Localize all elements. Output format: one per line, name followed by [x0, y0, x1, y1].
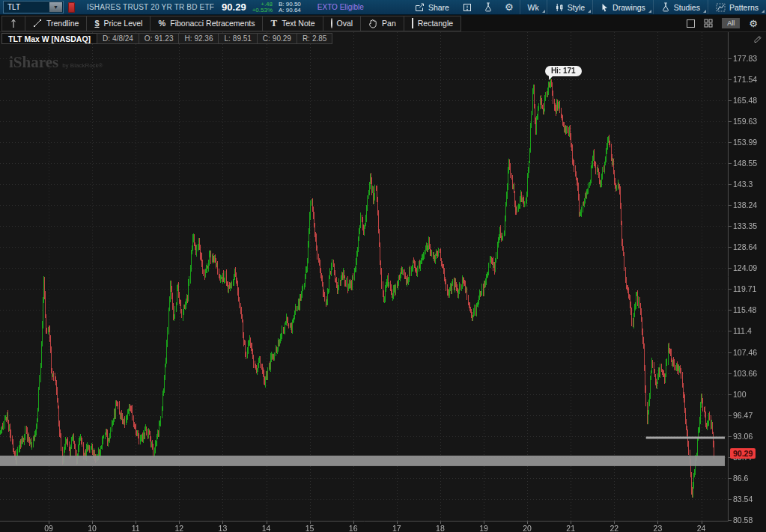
- time-axis-label: 21: [566, 524, 575, 532]
- maximize-icon[interactable]: [687, 19, 695, 28]
- price-axis-label: 128.64: [733, 242, 757, 251]
- chart-title: TLT Max W [NASDAQ]: [1, 33, 97, 44]
- studies-flask-icon: [661, 2, 670, 12]
- price-axis-label: 100: [733, 390, 747, 399]
- bid-ask: B: 90.50A: 90.64: [279, 1, 301, 13]
- share-icon: [415, 3, 425, 12]
- price-axis-tick: [729, 394, 732, 395]
- fibonacci-icon: %: [158, 19, 165, 28]
- share-button[interactable]: Share: [407, 0, 457, 14]
- report-alert-icon[interactable]: [457, 0, 478, 14]
- exto-eligible-label: EXTO Eligible: [317, 3, 364, 11]
- price-axis-label: 80.58: [733, 516, 753, 525]
- price-axis-label: 111.4: [733, 326, 752, 335]
- chart-settings-gear-icon[interactable]: ⚙: [749, 19, 758, 28]
- drawing-toolbar: Trendline$Price Level%Fibonacci Retracem…: [0, 15, 766, 32]
- time-axis-label: 22: [610, 524, 618, 532]
- ohlc-field-h: H:92.36: [178, 33, 219, 44]
- patterns-menu-button[interactable]: Patterns: [708, 0, 766, 14]
- ohlc-field-o: O:91.23: [139, 33, 180, 44]
- price-axis-tick: [729, 331, 732, 331]
- tool-label: Oval: [337, 19, 353, 28]
- oval-icon: [331, 19, 332, 28]
- time-axis-label: 10: [88, 524, 97, 532]
- tool-price-level[interactable]: $Price Level: [86, 16, 151, 31]
- tool-rectangle[interactable]: Rectangle: [404, 16, 461, 31]
- patterns-icon: [716, 3, 726, 12]
- grid-layout-icon[interactable]: [704, 19, 713, 28]
- time-axis-label: 16: [349, 524, 358, 532]
- ohlc-field-d: D:4/8/24: [97, 33, 139, 44]
- price-axis-tick: [729, 247, 732, 248]
- price-axis-label: 96.47: [733, 411, 753, 420]
- price-axis-label: 103.66: [733, 369, 757, 378]
- price-change: +.48+0.53%: [252, 1, 273, 13]
- price-axis-tick: [729, 205, 732, 206]
- price-axis-tick: [729, 415, 732, 416]
- tool-trendline[interactable]: Trendline: [25, 16, 87, 31]
- time-axis-label: 19: [479, 524, 488, 532]
- tool-label: Pan: [382, 19, 396, 28]
- flask-icon[interactable]: [478, 0, 499, 14]
- price-axis-tick: [729, 121, 732, 122]
- studies-menu-button[interactable]: Studies: [653, 0, 708, 14]
- current-price-badge: 90.29: [730, 448, 756, 459]
- price-axis-tick: [729, 352, 732, 353]
- price-axis-label: 177.83: [733, 54, 757, 63]
- price-axis-tick: [729, 268, 732, 269]
- price-axis-label: 143.3: [733, 180, 753, 189]
- price-axis-tick: [729, 58, 732, 59]
- tool-label: Rectangle: [418, 19, 453, 28]
- ohlc-field-c: C:90.29: [257, 33, 297, 44]
- price-plot-canvas[interactable]: [0, 32, 766, 532]
- tool-pan[interactable]: Pan: [360, 16, 404, 31]
- price-axis-label: 93.06: [733, 432, 753, 441]
- tool-text-note[interactable]: TText Note: [262, 16, 323, 31]
- price-axis-label: 124.09: [733, 263, 757, 272]
- price-axis-tick: [729, 142, 732, 143]
- ohlc-field-l: L:89.51: [218, 33, 257, 44]
- last-price: 90.29: [222, 1, 246, 13]
- time-axis-label: 18: [436, 524, 445, 532]
- tool-fibonacci-retracements[interactable]: %Fibonacci Retracements: [150, 16, 263, 31]
- all-button[interactable]: All: [722, 18, 740, 28]
- tool-oval[interactable]: Oval: [323, 16, 362, 31]
- time-axis-label: 15: [306, 524, 314, 532]
- high-annotation-bubble[interactable]: Hi: 171: [545, 66, 582, 76]
- price-axis-tick: [729, 499, 732, 500]
- gear-icon[interactable]: ⚙: [499, 0, 520, 14]
- price-axis-tick: [729, 373, 732, 374]
- ishares-watermark: iSharesby BlackRock®: [9, 53, 103, 72]
- time-axis-label: 09: [44, 524, 53, 532]
- price-axis-tick: [729, 289, 732, 290]
- price-axis-label: 107.46: [733, 348, 757, 357]
- price-level-icon: $: [94, 19, 99, 28]
- symbol-dropdown-button[interactable]: ▼: [49, 2, 62, 12]
- symbol-input[interactable]: TLT ▼: [3, 1, 64, 13]
- drawings-menu-button[interactable]: Drawings: [592, 0, 653, 14]
- price-axis-tick: [729, 436, 732, 437]
- tool-label: Trendline: [46, 19, 79, 28]
- style-menu-button[interactable]: Style: [547, 0, 592, 14]
- price-axis-tick: [729, 184, 732, 185]
- pointer-tool[interactable]: [1, 16, 25, 31]
- price-axis-label: 148.55: [733, 159, 757, 168]
- timeframe-button[interactable]: Wk: [520, 0, 547, 14]
- alert-flag-icon[interactable]: [68, 2, 75, 13]
- tool-label: Fibonacci Retracements: [170, 19, 255, 28]
- price-axis-label: 165.48: [733, 96, 757, 105]
- price-axis-label: 138.24: [733, 201, 757, 210]
- time-axis-label: 12: [174, 524, 183, 532]
- price-axis-label: 119.71: [733, 284, 756, 293]
- time-axis-label: 14: [262, 524, 271, 532]
- instrument-description: ISHARES TRUST 20 YR TR BD ETF: [87, 3, 214, 11]
- trendline-icon: [33, 19, 42, 28]
- price-axis-tick: [729, 478, 732, 479]
- price-axis-label: 133.35: [733, 221, 757, 230]
- time-axis-label: 23: [654, 524, 663, 532]
- price-axis-label: 159.63: [733, 117, 757, 126]
- time-axis-label: 17: [392, 524, 401, 532]
- top-bar: TLT ▼ ISHARES TRUST 20 YR TR BD ETF 90.2…: [0, 0, 766, 15]
- tool-label: Price Level: [104, 19, 143, 28]
- quick-draw-pencil-icon[interactable]: [753, 34, 762, 43]
